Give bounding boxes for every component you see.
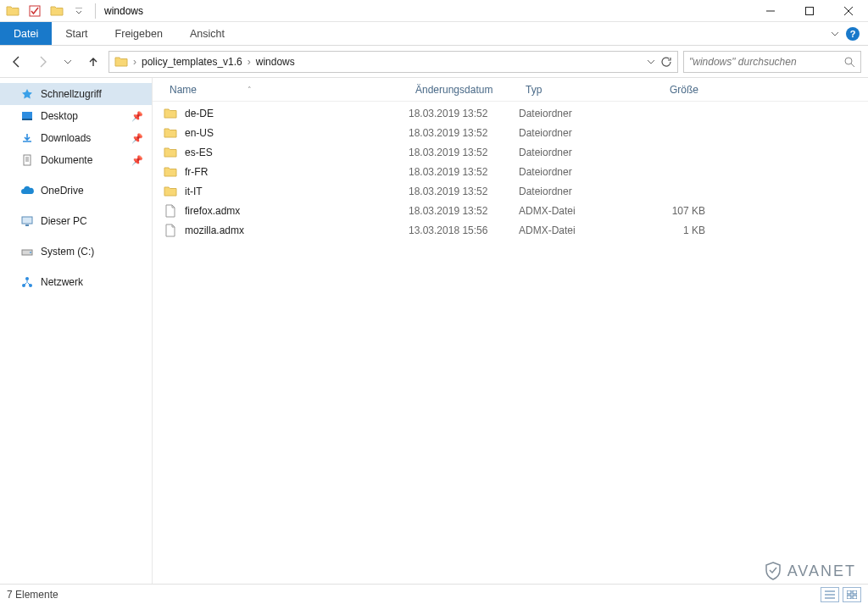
file-type: Dateiordner bbox=[519, 166, 620, 178]
file-date: 18.03.2019 13:52 bbox=[409, 147, 519, 158]
svg-point-9 bbox=[30, 252, 31, 253]
pin-icon: 📌 bbox=[131, 133, 143, 144]
svg-rect-5 bbox=[24, 155, 31, 165]
svg-rect-14 bbox=[853, 590, 857, 594]
file-row[interactable]: it-IT18.03.2019 13:52Dateiordner bbox=[153, 181, 868, 201]
tab-start[interactable]: Start bbox=[52, 22, 101, 45]
search-input[interactable] bbox=[689, 56, 843, 68]
cloud-icon bbox=[20, 184, 34, 197]
file-icon bbox=[163, 223, 178, 238]
svg-rect-13 bbox=[847, 590, 851, 594]
svg-rect-7 bbox=[25, 224, 29, 226]
svg-rect-6 bbox=[22, 217, 32, 224]
back-button[interactable] bbox=[7, 52, 27, 72]
help-icon[interactable]: ? bbox=[846, 27, 860, 41]
drive-icon bbox=[20, 245, 34, 258]
qat-folder-icon[interactable] bbox=[3, 2, 22, 20]
file-row[interactable]: en-US18.03.2019 13:52Dateiordner bbox=[153, 123, 868, 142]
column-name[interactable]: Name ˄ bbox=[163, 84, 409, 96]
svg-point-2 bbox=[845, 58, 852, 64]
file-row[interactable]: es-ES18.03.2019 13:52Dateiordner bbox=[153, 142, 868, 162]
main-area: Schnellzugriff Desktop 📌 Downloads 📌 Dok… bbox=[0, 78, 868, 584]
file-name: firefox.admx bbox=[185, 205, 240, 217]
refresh-icon[interactable] bbox=[660, 56, 672, 68]
tab-ansicht[interactable]: Ansicht bbox=[176, 22, 238, 45]
file-name: de-DE bbox=[185, 108, 214, 119]
qat-new-folder-icon[interactable] bbox=[47, 2, 66, 20]
sidebar-item-desktop[interactable]: Desktop 📌 bbox=[0, 105, 152, 127]
file-size: 1 KB bbox=[620, 224, 705, 236]
svg-rect-3 bbox=[22, 112, 32, 119]
file-row[interactable]: firefox.admx18.03.2019 13:52ADMX-Datei10… bbox=[153, 201, 868, 220]
sidebar-item-label: Desktop bbox=[41, 110, 78, 122]
pin-icon: 📌 bbox=[131, 111, 143, 122]
minimize-button[interactable] bbox=[751, 0, 790, 22]
window-title: windows bbox=[99, 5, 143, 17]
navigation-bar: › policy_templates_v1.6 › windows bbox=[0, 46, 868, 78]
forward-button[interactable] bbox=[32, 52, 53, 72]
title-separator bbox=[95, 3, 96, 19]
search-box[interactable] bbox=[683, 51, 861, 73]
svg-rect-15 bbox=[847, 596, 851, 599]
sidebar-item-label: Netzwerk bbox=[41, 276, 83, 288]
file-rows: de-DE18.03.2019 13:52Dateiordneren-US18.… bbox=[153, 102, 868, 240]
folder-icon bbox=[111, 55, 131, 69]
sidebar-item-network[interactable]: Netzwerk bbox=[0, 271, 152, 293]
pc-icon bbox=[20, 214, 34, 228]
search-icon[interactable] bbox=[843, 56, 855, 68]
address-dropdown-icon[interactable] bbox=[647, 58, 655, 66]
svg-point-10 bbox=[25, 277, 29, 280]
ribbon-tabs: Datei Start Freigeben Ansicht ? bbox=[0, 22, 868, 46]
view-details-button[interactable] bbox=[821, 587, 839, 602]
download-icon bbox=[20, 131, 34, 145]
ribbon-expand-icon[interactable] bbox=[831, 30, 839, 38]
sidebar-item-label: Schnellzugriff bbox=[41, 88, 102, 100]
navigation-pane: Schnellzugriff Desktop 📌 Downloads 📌 Dok… bbox=[0, 78, 153, 584]
breadcrumb[interactable]: policy_templates_v1.6 bbox=[138, 56, 246, 68]
file-name: it-IT bbox=[185, 186, 203, 197]
column-size[interactable]: Größe bbox=[620, 84, 705, 96]
status-bar: 7 Elemente bbox=[0, 584, 868, 604]
sidebar-item-onedrive[interactable]: OneDrive bbox=[0, 180, 152, 202]
sidebar-item-quick-access[interactable]: Schnellzugriff bbox=[0, 83, 152, 105]
breadcrumb[interactable]: windows bbox=[253, 56, 298, 68]
column-date[interactable]: Änderungsdatum bbox=[409, 84, 519, 96]
sidebar-item-documents[interactable]: Dokumente 📌 bbox=[0, 149, 152, 171]
file-row[interactable]: fr-FR18.03.2019 13:52Dateiordner bbox=[153, 162, 868, 181]
sidebar-item-label: OneDrive bbox=[41, 185, 84, 197]
file-row[interactable]: de-DE18.03.2019 13:52Dateiordner bbox=[153, 103, 868, 123]
file-date: 13.03.2018 15:56 bbox=[409, 224, 519, 236]
sidebar-item-downloads[interactable]: Downloads 📌 bbox=[0, 127, 152, 149]
svg-rect-4 bbox=[22, 119, 32, 120]
file-type: Dateiordner bbox=[519, 147, 620, 158]
sidebar-item-label: System (C:) bbox=[41, 246, 94, 258]
file-name: es-ES bbox=[185, 147, 213, 158]
file-date: 18.03.2019 13:52 bbox=[409, 166, 519, 178]
close-button[interactable] bbox=[829, 0, 868, 22]
watermark-text: AVANET bbox=[787, 562, 856, 580]
file-type: Dateiordner bbox=[519, 108, 620, 119]
address-bar[interactable]: › policy_templates_v1.6 › windows bbox=[108, 51, 678, 73]
chevron-right-icon[interactable]: › bbox=[246, 56, 253, 68]
file-row[interactable]: mozilla.admx13.03.2018 15:56ADMX-Datei1 … bbox=[153, 220, 868, 240]
column-type[interactable]: Typ bbox=[519, 84, 620, 96]
folder-icon bbox=[163, 125, 178, 141]
chevron-right-icon[interactable]: › bbox=[131, 56, 138, 68]
maximize-button[interactable] bbox=[790, 0, 829, 22]
sidebar-item-system-c[interactable]: System (C:) bbox=[0, 241, 152, 263]
quick-access-toolbar bbox=[0, 2, 92, 20]
qat-customize-dropdown[interactable] bbox=[70, 2, 88, 20]
pin-icon: 📌 bbox=[131, 155, 143, 166]
sort-ascending-icon: ˄ bbox=[248, 86, 252, 94]
tab-freigeben[interactable]: Freigeben bbox=[102, 22, 176, 45]
file-date: 18.03.2019 13:52 bbox=[409, 127, 519, 139]
svg-rect-16 bbox=[853, 596, 857, 599]
column-headers: Name ˄ Änderungsdatum Typ Größe bbox=[153, 78, 868, 102]
sidebar-item-this-pc[interactable]: Dieser PC bbox=[0, 210, 152, 232]
recent-dropdown[interactable] bbox=[58, 52, 78, 72]
qat-properties-icon[interactable] bbox=[25, 2, 44, 20]
view-large-icons-button[interactable] bbox=[843, 587, 861, 602]
network-icon bbox=[20, 275, 34, 289]
up-button[interactable] bbox=[83, 52, 103, 72]
tab-datei[interactable]: Datei bbox=[0, 22, 52, 45]
